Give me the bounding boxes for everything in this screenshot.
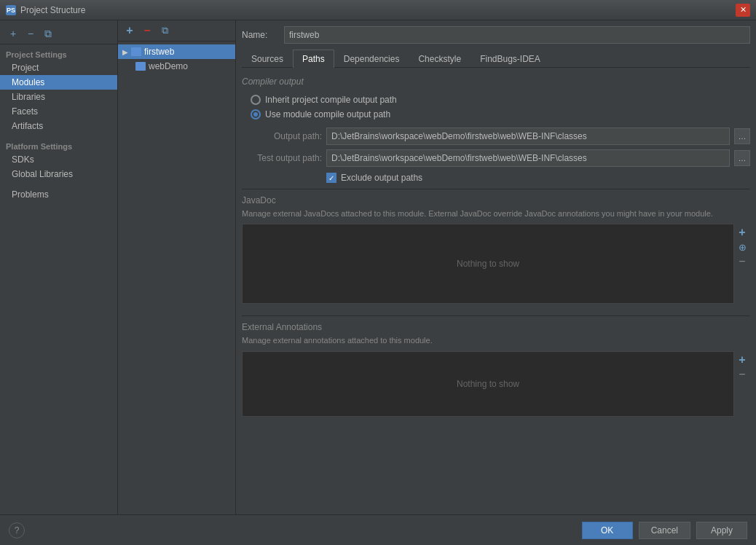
- sidebar-item-global-libraries[interactable]: Global Libraries: [0, 167, 117, 181]
- test-output-path-input[interactable]: [326, 149, 730, 167]
- name-row: Name:: [242, 26, 750, 44]
- output-path-row: Output path: …: [242, 128, 750, 145]
- name-input[interactable]: [284, 26, 750, 44]
- ok-button[interactable]: OK: [582, 522, 633, 539]
- annotations-add-button[interactable]: +: [736, 353, 749, 367]
- javadoc-panel: Nothing to show: [242, 224, 734, 304]
- module-radio[interactable]: [251, 109, 261, 119]
- close-button[interactable]: ✕: [736, 4, 750, 17]
- javadoc-add-from-url-button[interactable]: ⊕: [736, 240, 749, 254]
- copy-tree-item-button[interactable]: ⧉: [157, 23, 172, 38]
- sidebar-toolbar: + − ⧉: [0, 23, 117, 44]
- tab-checkstyle[interactable]: Checkstyle: [409, 50, 470, 68]
- output-path-label: Output path:: [242, 131, 322, 141]
- add-tree-item-button[interactable]: +: [122, 23, 137, 38]
- copy-module-button[interactable]: ⧉: [41, 26, 55, 41]
- tab-findbugs[interactable]: FindBugs-IDEA: [470, 50, 550, 68]
- radio-row-inherit: Inherit project compile output path: [242, 93, 750, 107]
- compiler-output-label: Compiler output: [242, 77, 750, 87]
- sidebar-item-modules[interactable]: Modules: [0, 75, 117, 90]
- platform-settings-heading: Platform Settings: [0, 139, 117, 152]
- exclude-checkbox[interactable]: [326, 173, 336, 183]
- module-tree: ▶ firstweb webDemo: [118, 42, 235, 77]
- remove-module-button[interactable]: −: [23, 26, 38, 41]
- javadoc-desc: Manage external JavaDocs attached to thi…: [242, 208, 750, 219]
- sidebar-item-problems[interactable]: Problems: [0, 187, 117, 202]
- javadoc-empty-label: Nothing to show: [457, 259, 519, 269]
- separator-2: [242, 315, 750, 316]
- action-buttons: OK Cancel Apply: [582, 522, 747, 539]
- separator-1: [242, 189, 750, 189]
- add-module-button[interactable]: +: [6, 26, 20, 41]
- sidebar-item-libraries[interactable]: Libraries: [0, 90, 117, 104]
- tab-dependencies[interactable]: Dependencies: [334, 50, 409, 68]
- cancel-button[interactable]: Cancel: [639, 522, 690, 539]
- javadoc-add-button[interactable]: +: [736, 225, 749, 240]
- apply-button[interactable]: Apply: [696, 522, 747, 539]
- external-annotations-section: External Annotations Manage external ann…: [242, 322, 750, 422]
- annotations-remove-button[interactable]: −: [736, 367, 749, 382]
- radio-group-output: Inherit project compile output path Use …: [242, 93, 750, 122]
- app-icon: PS: [6, 5, 16, 15]
- sidebar-item-project[interactable]: Project: [0, 60, 117, 75]
- sidebar-item-sdks[interactable]: SDKs: [0, 152, 117, 167]
- exclude-checkbox-label: Exclude output paths: [341, 173, 422, 183]
- radio-row-module: Use module compile output path: [242, 107, 750, 122]
- external-annotations-header: External Annotations: [242, 322, 750, 332]
- external-annotations-desc: Manage external annotations attached to …: [242, 335, 750, 346]
- inherit-radio-label: Inherit project compile output path: [265, 95, 397, 105]
- project-settings-heading: Project Settings: [0, 47, 117, 60]
- output-path-input[interactable]: [326, 128, 730, 145]
- test-output-path-row: Test output path: …: [242, 149, 750, 167]
- title-bar: PS Project Structure ✕: [0, 0, 756, 20]
- javadoc-remove-button[interactable]: −: [736, 254, 749, 269]
- right-panel: Name: Sources Paths Dependencies Checkst…: [236, 20, 756, 514]
- tab-content-paths: Compiler output Inherit project compile …: [242, 68, 750, 509]
- sidebar: + − ⧉ Project Settings Project Modules L…: [0, 20, 118, 514]
- help-button[interactable]: ?: [9, 522, 25, 538]
- tab-paths[interactable]: Paths: [293, 50, 334, 68]
- module-tree-panel: + − ⧉ ▶ firstweb webDemo: [118, 20, 236, 514]
- output-path-browse-button[interactable]: …: [734, 128, 750, 144]
- remove-tree-item-button[interactable]: −: [140, 23, 154, 38]
- external-annotations-panel: Nothing to show: [242, 351, 734, 417]
- module-radio-label: Use module compile output path: [265, 109, 390, 119]
- name-label: Name:: [242, 30, 278, 40]
- exclude-checkbox-row: Exclude output paths: [326, 173, 750, 183]
- test-output-path-browse-button[interactable]: …: [734, 150, 750, 166]
- tree-item-webdemo[interactable]: webDemo: [118, 59, 235, 74]
- javadoc-section: JavaDoc Manage external JavaDocs attache…: [242, 195, 750, 310]
- tree-item-firstweb[interactable]: ▶ firstweb: [118, 44, 235, 59]
- tab-bar: Sources Paths Dependencies Checkstyle Fi…: [242, 50, 750, 68]
- test-output-path-label: Test output path:: [242, 153, 322, 163]
- sidebar-item-facets[interactable]: Facets: [0, 104, 117, 119]
- external-annotations-empty-label: Nothing to show: [457, 379, 519, 389]
- sidebar-item-artifacts[interactable]: Artifacts: [0, 119, 117, 133]
- tab-sources[interactable]: Sources: [242, 50, 293, 68]
- javadoc-header: JavaDoc: [242, 195, 750, 205]
- window-title: Project Structure: [20, 5, 85, 15]
- bottom-bar: ? OK Cancel Apply: [0, 514, 756, 545]
- inherit-radio[interactable]: [251, 95, 261, 105]
